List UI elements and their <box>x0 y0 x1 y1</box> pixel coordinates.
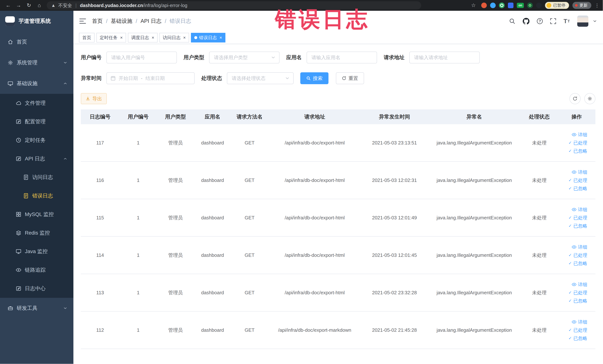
breadcrumb-infra[interactable]: 基础设施 <box>111 17 132 25</box>
detail-link[interactable]: 详细 <box>560 168 587 176</box>
tab-home[interactable]: 首页 <box>79 33 94 42</box>
top-navbar: 首页 / 基础设施 / API 日志 / 错误日志 ? <box>73 11 603 32</box>
sidebar-item-access-log[interactable]: 访问日志 <box>0 168 73 187</box>
sidebar-item-file[interactable]: 文件管理 <box>0 94 73 112</box>
processed-link[interactable]: ✓已处理 <box>560 326 587 334</box>
chevron-down-icon[interactable] <box>593 19 597 23</box>
sidebar-item-infra[interactable]: 基础设施 <box>0 73 73 94</box>
fullscreen-icon[interactable] <box>550 18 556 24</box>
eye-icon <box>572 170 577 175</box>
action-label: 已处理 <box>573 326 587 334</box>
tab-access-log[interactable]: 访问日志× <box>159 33 189 42</box>
sidebar-item-log-center[interactable]: 日志中心 <box>0 279 73 298</box>
processed-link[interactable]: ✓已处理 <box>560 139 587 147</box>
sidebar-item-error-log[interactable]: 错误日志 <box>0 187 73 205</box>
detail-link[interactable]: 详细 <box>560 205 587 214</box>
ignored-link[interactable]: ✓已忽略 <box>560 334 587 342</box>
table-row: 1161管理员dashboardGET/api/infra/db-doc/exp… <box>81 162 595 199</box>
row-actions: 详细✓已处理✓已忽略 <box>558 162 595 199</box>
export-button[interactable]: 导出 <box>81 93 107 104</box>
processed-link[interactable]: ✓已处理 <box>560 176 587 184</box>
sidebar-item-api-log[interactable]: API 日志 <box>0 150 73 168</box>
browser-reload-icon[interactable]: ↻ <box>24 0 33 11</box>
request-url-input[interactable] <box>409 52 480 63</box>
column-header: 异常名 <box>428 109 521 124</box>
sidebar-item-system[interactable]: 系统管理 <box>0 52 73 73</box>
font-size-icon[interactable]: TT <box>564 18 570 25</box>
sidebar-item-mysql[interactable]: MySQL 监控 <box>0 205 73 224</box>
sidebar-item-java[interactable]: Java 监控 <box>0 242 73 261</box>
sidebar-item-dev-tools[interactable]: 研发工具 <box>0 298 73 318</box>
browser-forward-icon[interactable]: → <box>14 0 23 11</box>
extension-icon[interactable] <box>481 3 487 8</box>
extension-on-badge[interactable]: on <box>517 3 524 8</box>
detail-link[interactable]: 详细 <box>560 243 587 251</box>
reset-button[interactable]: 重置 <box>336 72 364 84</box>
close-icon[interactable]: × <box>220 35 222 40</box>
processed-link[interactable]: ✓已处理 <box>560 251 587 259</box>
url-bar[interactable]: ▲ 不安全 | dashboard.yudao.iocoder.cn/infra… <box>47 1 421 10</box>
extension-icon[interactable] <box>490 3 496 8</box>
close-icon[interactable]: × <box>120 35 123 40</box>
sidebar-item-job[interactable]: 定时任务 <box>0 131 73 150</box>
column-settings-button[interactable] <box>584 93 595 104</box>
ignored-link[interactable]: ✓已忽略 <box>560 297 587 305</box>
table-cell: dashboard <box>194 199 231 236</box>
search-button[interactable]: 搜索 <box>300 72 328 84</box>
tab-job-log[interactable]: 调度日志× <box>128 33 158 42</box>
help-icon[interactable]: ? <box>537 18 543 24</box>
url-separator: | <box>75 3 77 8</box>
extension-icon[interactable] <box>527 3 533 8</box>
check-icon: ✓ <box>568 253 572 257</box>
chevron-down-icon <box>285 76 290 81</box>
search-icon[interactable] <box>509 18 515 24</box>
detail-link[interactable]: 详细 <box>560 280 587 289</box>
extension-icon[interactable] <box>536 3 542 8</box>
tab-job[interactable]: 定时任务× <box>96 33 126 42</box>
ignored-link[interactable]: ✓已忽略 <box>560 147 587 155</box>
detail-link[interactable]: 详细 <box>560 318 587 326</box>
browser-menu-icon[interactable]: ⋮ <box>595 0 599 11</box>
browser-update-button[interactable]: 更新 <box>572 2 591 9</box>
close-icon[interactable]: × <box>183 35 186 40</box>
sidebar-item-redis[interactable]: Redis 监控 <box>0 224 73 242</box>
app-logo[interactable]: 芋道管理系统 <box>0 11 73 32</box>
processed-link[interactable]: ✓已处理 <box>560 289 587 297</box>
action-label: 已处理 <box>573 139 587 147</box>
eye-icon <box>572 319 577 324</box>
sidebar-item-label: 访问日志 <box>32 174 53 181</box>
check-icon: ✓ <box>568 224 572 228</box>
detail-link[interactable]: 详细 <box>560 130 587 139</box>
ignored-link[interactable]: ✓已忽略 <box>560 222 587 230</box>
ignored-link[interactable]: ✓已忽略 <box>560 259 587 267</box>
table-cell: 2021-05-03 12:01:49 <box>361 199 428 236</box>
hamburger-icon[interactable] <box>79 18 86 24</box>
table-cell: 未处理 <box>521 236 558 274</box>
table-cell: GET <box>231 162 268 199</box>
extension-icon[interactable] <box>499 3 505 8</box>
refresh-table-button[interactable] <box>569 93 580 104</box>
tab-error-log[interactable]: 错误日志× <box>191 33 225 42</box>
user-avatar[interactable] <box>577 16 588 27</box>
sidebar-item-home[interactable]: 首页 <box>0 32 73 52</box>
tab-paused-badge[interactable]: 已暂停 <box>545 2 569 9</box>
tab-label: 定时任务 <box>100 35 117 41</box>
sidebar-item-tracer[interactable]: 链路追踪 <box>0 261 73 279</box>
breadcrumb-api-log[interactable]: API 日志 <box>140 17 162 25</box>
app-name-input[interactable] <box>307 52 377 63</box>
extension-icon[interactable] <box>508 3 513 8</box>
sidebar-item-config[interactable]: 配置管理 <box>0 112 73 131</box>
ignored-link[interactable]: ✓已忽略 <box>560 184 587 192</box>
browser-home-icon[interactable]: ⌂ <box>35 0 44 11</box>
processed-link[interactable]: ✓已处理 <box>560 214 587 222</box>
bookmark-star-icon[interactable]: ☆ <box>469 0 478 11</box>
close-icon[interactable]: × <box>152 35 154 40</box>
browser-back-icon[interactable]: ← <box>4 0 13 11</box>
date-range-picker[interactable]: 开始日期 - 结束日期 <box>106 72 195 84</box>
breadcrumb-home[interactable]: 首页 <box>92 17 103 25</box>
github-icon[interactable] <box>523 18 529 24</box>
table-row: 1171管理员dashboardGET/api/infra/db-doc/exp… <box>81 124 595 162</box>
process-status-select[interactable]: 请选择处理状态 <box>227 72 294 84</box>
user-type-select[interactable]: 请选择用户类型 <box>209 52 279 63</box>
user-id-input[interactable] <box>106 52 177 63</box>
